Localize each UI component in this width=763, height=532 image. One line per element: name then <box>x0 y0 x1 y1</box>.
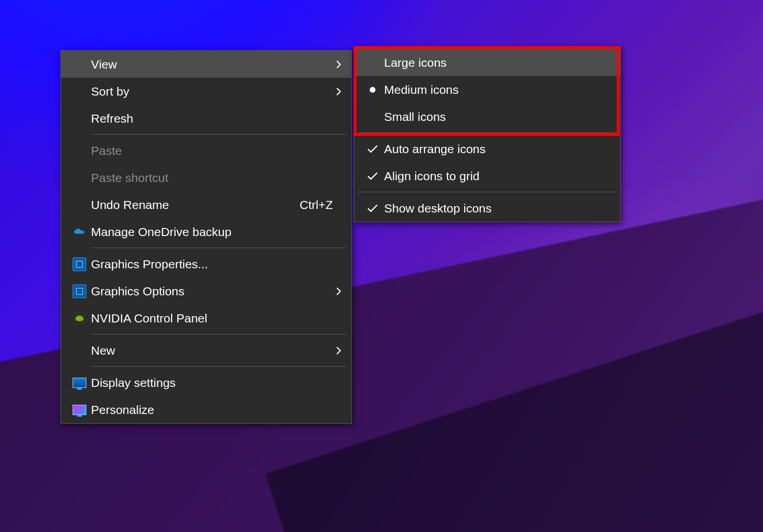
menu-label-undo-rename: Undo Rename <box>91 198 299 212</box>
menu-label-graphics-properties: Graphics Properties... <box>91 257 333 271</box>
menu-label-personalize: Personalize <box>91 403 333 417</box>
menu-label-graphics-options: Graphics Options <box>91 284 333 298</box>
menu-item-paste-shortcut: Paste shortcut <box>61 164 351 191</box>
onedrive-icon <box>68 228 91 236</box>
submenu-label-align-to-grid: Align icons to grid <box>384 169 613 183</box>
submenu-label-auto-arrange: Auto arrange icons <box>384 142 613 156</box>
submenu-label-medium-icons: Medium icons <box>384 83 613 97</box>
menu-separator <box>359 132 616 133</box>
display-settings-icon <box>68 378 91 388</box>
intel-graphics-icon <box>68 284 91 298</box>
submenu-arrow-icon <box>333 287 344 295</box>
menu-label-view: View <box>91 58 333 71</box>
menu-label-display-settings: Display settings <box>91 376 333 390</box>
submenu-item-small-icons[interactable]: Small icons <box>354 103 620 130</box>
checkmark-icon <box>361 204 384 213</box>
submenu-item-show-desktop-icons[interactable]: Show desktop icons <box>354 195 620 222</box>
menu-item-sort-by[interactable]: Sort by <box>61 78 351 105</box>
submenu-arrow-icon <box>333 60 344 69</box>
menu-separator <box>91 248 347 248</box>
personalize-icon <box>68 405 91 415</box>
menu-separator <box>91 366 347 367</box>
menu-shortcut-undo-rename: Ctrl+Z <box>299 198 344 212</box>
submenu-item-large-icons[interactable]: Large icons <box>354 49 620 76</box>
menu-item-display-settings[interactable]: Display settings <box>61 369 351 396</box>
submenu-label-large-icons: Large icons <box>384 56 613 70</box>
submenu-arrow-icon <box>333 88 344 96</box>
menu-label-refresh: Refresh <box>91 112 333 126</box>
desktop-context-menu: View Sort by Refresh Paste Paste shortcu… <box>60 50 352 424</box>
menu-label-paste-shortcut: Paste shortcut <box>91 171 333 185</box>
submenu-label-small-icons: Small icons <box>384 110 613 124</box>
submenu-arrow-icon <box>333 347 344 355</box>
menu-label-sort-by: Sort by <box>91 85 333 98</box>
menu-label-manage-onedrive: Manage OneDrive backup <box>91 225 333 239</box>
menu-item-paste: Paste <box>61 137 351 164</box>
intel-graphics-icon <box>68 257 91 271</box>
submenu-item-medium-icons[interactable]: Medium icons <box>354 76 620 103</box>
checkmark-icon <box>361 145 384 154</box>
submenu-label-show-desktop-icons: Show desktop icons <box>384 202 613 215</box>
nvidia-icon <box>68 312 91 325</box>
menu-separator <box>91 134 347 135</box>
menu-item-view[interactable]: View <box>61 51 351 78</box>
menu-item-manage-onedrive[interactable]: Manage OneDrive backup <box>61 218 351 245</box>
menu-item-undo-rename[interactable]: Undo Rename Ctrl+Z <box>61 191 351 218</box>
menu-label-nvidia: NVIDIA Control Panel <box>91 311 333 325</box>
menu-separator <box>359 192 616 192</box>
menu-label-paste: Paste <box>91 144 333 158</box>
submenu-item-align-to-grid[interactable]: Align icons to grid <box>354 162 620 189</box>
menu-item-graphics-options[interactable]: Graphics Options <box>61 278 351 305</box>
view-submenu: Large icons Medium icons Small icons Aut… <box>354 46 621 222</box>
menu-item-refresh[interactable]: Refresh <box>61 105 351 132</box>
submenu-item-auto-arrange[interactable]: Auto arrange icons <box>354 135 620 162</box>
menu-separator <box>91 334 347 335</box>
menu-item-nvidia-control-panel[interactable]: NVIDIA Control Panel <box>61 305 351 332</box>
menu-item-personalize[interactable]: Personalize <box>61 396 351 423</box>
menu-label-new: New <box>91 344 333 358</box>
menu-item-graphics-properties[interactable]: Graphics Properties... <box>61 250 351 278</box>
menu-item-new[interactable]: New <box>61 337 351 364</box>
radio-selected-icon <box>361 87 384 93</box>
checkmark-icon <box>361 172 384 181</box>
